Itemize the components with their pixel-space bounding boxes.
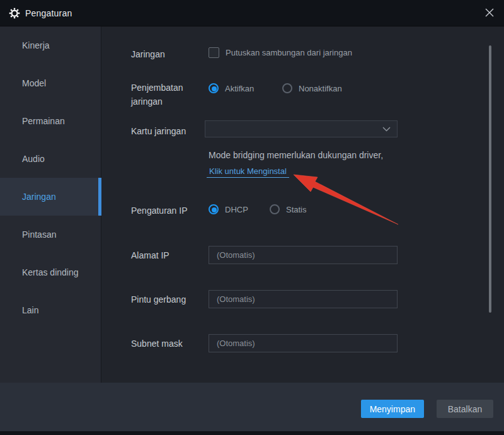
chevron-down-icon: [382, 127, 391, 132]
subnet-mask-input[interactable]: [209, 334, 398, 352]
sidebar-item-label: Kinerja: [22, 40, 50, 50]
static-radio[interactable]: Statis: [270, 204, 307, 214]
sidebar: Kinerja Model Permainan Audio Jaringan P…: [0, 26, 101, 383]
sidebar-item-label: Permainan: [22, 116, 65, 126]
radio-checked-icon: [209, 83, 219, 93]
dhcp-radio[interactable]: DHCP: [209, 204, 248, 214]
sidebar-item-model[interactable]: Model: [0, 64, 101, 102]
sidebar-item-lain[interactable]: Lain: [0, 291, 101, 329]
gear-icon: [9, 8, 20, 19]
sidebar-item-permainan[interactable]: Permainan: [0, 102, 101, 140]
ip-settings-radio-group: DHCP Statis: [101, 203, 504, 216]
network-label: Jaringan: [131, 47, 165, 61]
sidebar-item-label: Lain: [22, 305, 38, 315]
cancel-button[interactable]: Batalkan: [437, 400, 493, 418]
sidebar-item-label: Jaringan: [22, 192, 56, 202]
bridging-disable-radio[interactable]: Nonaktifkan: [282, 83, 342, 93]
ip-address-input[interactable]: [209, 246, 398, 264]
sidebar-item-label: Audio: [22, 154, 45, 164]
sidebar-item-jaringan[interactable]: Jaringan: [0, 178, 101, 216]
radio-unchecked-icon: [282, 83, 292, 93]
network-card-select[interactable]: [205, 120, 398, 137]
sidebar-item-pintasan[interactable]: Pintasan: [0, 216, 101, 253]
sidebar-item-label: Pintasan: [22, 229, 56, 240]
sidebar-item-audio[interactable]: Audio: [0, 140, 101, 178]
main-area: Kinerja Model Permainan Audio Jaringan P…: [0, 26, 504, 383]
subnet-mask-label: Subnet mask: [131, 337, 183, 351]
network-card-label: Kartu jaringan: [131, 124, 186, 138]
radio-unchecked-icon: [270, 204, 280, 214]
disconnect-network-row: Putuskan sambungan dari jaringan: [209, 46, 352, 59]
sidebar-item-kertas-dinding[interactable]: Kertas dinding: [0, 253, 101, 291]
bridging-enable-label: Aktifkan: [225, 84, 254, 93]
sidebar-item-label: Model: [22, 78, 46, 88]
title-bar: Pengaturan: [0, 0, 504, 26]
ip-address-label: Alamat IP: [131, 248, 169, 262]
bridging-enable-radio[interactable]: Aktifkan: [209, 83, 254, 93]
bridging-disable-label: Nonaktifkan: [299, 84, 342, 93]
footer-bar: Menyimpan Batalkan: [0, 383, 504, 435]
close-button[interactable]: [479, 3, 500, 23]
sidebar-item-kinerja[interactable]: Kinerja: [0, 26, 101, 64]
gateway-input[interactable]: [209, 290, 398, 308]
driver-note-text: Mode bridging memerlukan dukungan driver…: [209, 150, 383, 160]
disconnect-network-checkbox[interactable]: [209, 47, 219, 58]
static-label: Statis: [286, 205, 307, 214]
sidebar-item-label: Kertas dinding: [22, 267, 79, 277]
install-driver-link[interactable]: Klik untuk Menginstal: [207, 166, 289, 178]
gateway-label: Pintu gerbang: [131, 293, 186, 306]
settings-content: Jaringan Putuskan sambungan dari jaringa…: [101, 26, 504, 383]
bridging-radio-group: Aktifkan Nonaktifkan: [101, 82, 504, 95]
window-title: Pengaturan: [25, 8, 72, 18]
dhcp-label: DHCP: [225, 205, 248, 214]
settings-window: Pengaturan Kinerja Model Permainan Audio…: [0, 0, 504, 435]
radio-checked-icon: [209, 204, 219, 214]
vertical-scrollbar[interactable]: [489, 45, 491, 313]
save-button[interactable]: Menyimpan: [361, 400, 424, 418]
disconnect-network-checkbox-label[interactable]: Putuskan sambungan dari jaringan: [226, 48, 352, 57]
